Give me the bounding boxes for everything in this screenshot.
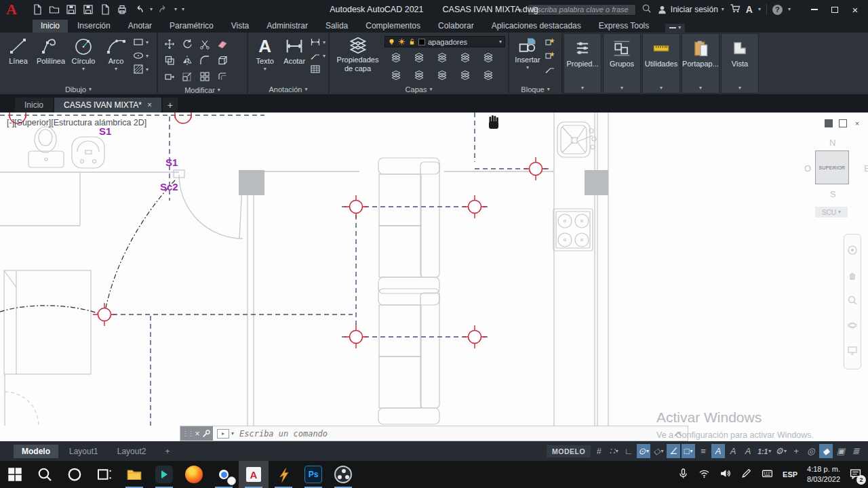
tab-inicio[interactable]: Inicio <box>33 20 68 33</box>
layer-lock-tool[interactable] <box>460 52 471 64</box>
layer-unisolate-tool[interactable] <box>414 52 425 64</box>
command-line-grip[interactable]: ⋮⋮ × <box>180 426 213 441</box>
snap-toggle[interactable]: ∷▾ <box>607 444 620 458</box>
array-tool[interactable] <box>199 71 211 83</box>
object-snap-toggle[interactable]: □▾ <box>682 444 695 458</box>
viewport-close-icon[interactable]: × <box>853 119 861 127</box>
undo-dropdown-icon[interactable]: ▾ <box>150 7 153 12</box>
add-layout-button[interactable]: + <box>157 445 178 458</box>
tab-layout2[interactable]: Layout2 <box>109 445 155 458</box>
tab-modelo[interactable]: Modelo <box>14 445 58 458</box>
layer-on-off-tool[interactable] <box>391 70 402 81</box>
annotation-scale-button[interactable]: 1:1▾ <box>756 444 772 458</box>
text-tool[interactable]: A Texto ▾ <box>251 35 279 72</box>
table-tool[interactable] <box>310 64 321 75</box>
obs-button[interactable] <box>328 461 358 488</box>
firefox-button[interactable] <box>179 461 209 488</box>
rectangle-dropdown-icon[interactable]: ▾ <box>146 40 149 45</box>
language-indicator[interactable]: ESP <box>783 470 797 479</box>
panel-title-anotacion[interactable]: Anotación▾ <box>248 83 328 95</box>
aimp-button[interactable] <box>269 461 298 488</box>
qat-overflow-icon[interactable]: ▾ <box>182 7 184 12</box>
lineweight-toggle[interactable]: ≡ <box>696 444 710 458</box>
annotation-visibility-toggle[interactable]: A <box>711 444 725 458</box>
panel-utilidades-collapsed[interactable]: Utilidades ▾ <box>642 33 680 94</box>
tab-insercion[interactable]: Inserción <box>69 20 119 33</box>
polyline-tool[interactable]: Polilínea <box>35 35 66 66</box>
workspace-switch-button[interactable]: ⚙▾ <box>774 444 788 458</box>
save-as-button[interactable] <box>82 3 94 16</box>
mirror-tool[interactable] <box>182 55 193 66</box>
layer-thaw-tool[interactable] <box>437 70 448 81</box>
layer-dropdown[interactable]: apagadores ▾ <box>384 36 505 47</box>
isolate-objects-button[interactable]: ◎ <box>804 444 818 458</box>
viewcube-north[interactable]: N <box>829 138 835 148</box>
drag-handle-icon[interactable]: ⋮⋮ <box>182 430 193 437</box>
export-button[interactable] <box>99 3 111 16</box>
viewport-controls-label[interactable]: [-][Superior][Estructura alámbrica 2D] <box>7 118 146 127</box>
drawing-canvas[interactable]: [-][Superior][Estructura alámbrica 2D] <box>0 113 868 441</box>
zoom-icon[interactable] <box>847 295 858 308</box>
leader-dropdown-icon[interactable]: ▾ <box>323 54 326 59</box>
new-drawing-tab-button[interactable]: + <box>163 98 178 113</box>
ortho-toggle[interactable]: ∟ <box>622 444 635 458</box>
photoshop-button[interactable]: Ps <box>298 461 328 488</box>
touch-keyboard-icon[interactable] <box>762 468 773 482</box>
command-expand-icon[interactable] <box>674 431 682 436</box>
steering-wheel-icon[interactable] <box>847 245 858 258</box>
notification-center-button[interactable]: 2 <box>850 468 861 482</box>
model-space-button[interactable]: MODELO <box>547 445 591 458</box>
layer-current-tool[interactable] <box>483 70 494 81</box>
autocad-logo-icon[interactable]: A <box>0 0 23 19</box>
tab-complementos[interactable]: Complementos <box>357 20 429 33</box>
panel-title-dibujo[interactable]: Dibujo▾ <box>0 83 157 95</box>
insert-block-button[interactable]: Insertar ▾ <box>512 35 543 70</box>
file-tab-document[interactable]: CASAS IVAN MIXTA* × <box>54 98 161 113</box>
tab-parametrico[interactable]: Paramétrico <box>161 20 222 33</box>
cart-icon[interactable] <box>730 3 741 16</box>
help-icon[interactable]: ? <box>772 5 783 15</box>
tab-colaborar[interactable]: Colaborar <box>430 20 482 33</box>
edit-block-tool[interactable] <box>545 50 556 62</box>
viewcube-top-face[interactable]: SUPERIOR <box>815 150 849 184</box>
hatch-tool[interactable] <box>133 64 144 75</box>
panel-title-bloque[interactable]: Bloque▾ <box>509 83 561 95</box>
plot-button[interactable] <box>116 3 128 16</box>
isometric-drafting-toggle[interactable]: ◇▾ <box>652 444 665 458</box>
panel-title-modificar[interactable]: Modificar▾ <box>158 85 247 95</box>
grid-toggle[interactable]: # <box>592 444 606 458</box>
autodesk-store-icon[interactable]: A <box>746 4 753 15</box>
customization-menu-button[interactable]: ≣ <box>849 444 863 458</box>
autocad-taskbar-button[interactable]: A <box>239 461 269 488</box>
ucs-menu[interactable]: SCU▾ <box>815 207 848 218</box>
tab-express-tools[interactable]: Express Tools <box>591 20 657 33</box>
hatch-dropdown-icon[interactable]: ▾ <box>146 67 149 73</box>
copy-tool[interactable] <box>164 55 176 66</box>
command-close-icon[interactable]: × <box>195 429 199 439</box>
dimension-tool[interactable]: Acotar <box>280 35 308 66</box>
layer-isolate-tool[interactable] <box>391 52 402 64</box>
tab-layout1[interactable]: Layout1 <box>61 445 106 458</box>
panel-propiedades-collapsed[interactable]: Propied... ▾ <box>564 33 601 94</box>
viewport-restore-icon[interactable] <box>839 119 847 127</box>
windows-ink-icon[interactable] <box>741 468 752 482</box>
wifi-icon[interactable] <box>698 468 710 482</box>
object-snap-tracking-toggle[interactable]: ∠ <box>667 444 680 458</box>
search-icon[interactable] <box>642 3 652 16</box>
annotation-autoscale-toggle[interactable]: A <box>726 444 740 458</box>
start-button[interactable] <box>0 461 30 488</box>
store-dropdown-icon[interactable]: ▾ <box>758 7 761 12</box>
viewcube-south[interactable]: S <box>830 189 836 199</box>
close-document-icon[interactable]: × <box>147 100 152 110</box>
close-button[interactable]: × <box>846 3 864 16</box>
open-file-button[interactable] <box>48 3 60 16</box>
graphics-performance-toggle[interactable]: ◆ <box>819 444 833 458</box>
line-tool[interactable]: Línea <box>3 35 34 66</box>
layer-freeze-tool[interactable] <box>437 52 448 64</box>
orbit-icon[interactable] <box>847 320 858 333</box>
new-file-button[interactable] <box>31 3 43 16</box>
showmotion-icon[interactable] <box>847 345 858 359</box>
panel-vista-collapsed[interactable]: Vista ▾ <box>721 33 759 94</box>
cortana-button[interactable] <box>60 461 90 488</box>
panel-title-capas[interactable]: Capas▾ <box>330 84 508 95</box>
